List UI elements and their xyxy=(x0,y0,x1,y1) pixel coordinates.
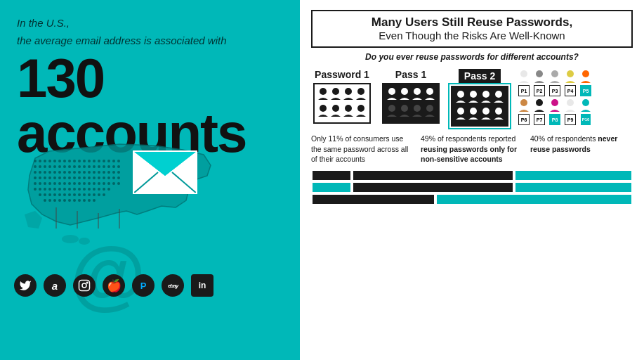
svg-rect-87 xyxy=(98,182,100,185)
person-p2: P2 xyxy=(533,69,546,96)
svg-rect-55 xyxy=(117,171,120,174)
svg-rect-27 xyxy=(68,165,71,168)
password1-label: Password 1 xyxy=(315,69,369,80)
paypal-icon: P xyxy=(132,274,155,297)
svg-rect-50 xyxy=(93,171,96,174)
desc2-text: 49% of respondents reported reusing pass… xyxy=(421,134,523,164)
person-p8: P8 xyxy=(548,98,561,125)
svg-rect-105 xyxy=(98,188,100,191)
svg-rect-49 xyxy=(88,171,91,174)
svg-rect-127 xyxy=(68,199,71,202)
svg-rect-124 xyxy=(53,199,56,202)
svg-rect-83 xyxy=(78,182,81,185)
amazon-icon: a xyxy=(44,274,66,297)
svg-rect-125 xyxy=(58,199,61,202)
svg-rect-57 xyxy=(39,176,41,179)
svg-rect-58 xyxy=(44,176,46,179)
svg-rect-84 xyxy=(83,182,86,185)
person-p6: P6 xyxy=(518,98,530,125)
svg-rect-75 xyxy=(39,182,41,185)
svg-rect-98 xyxy=(63,188,66,191)
svg-rect-80 xyxy=(63,182,66,185)
svg-point-157 xyxy=(426,88,433,95)
svg-point-162 xyxy=(457,91,464,98)
svg-rect-30 xyxy=(83,165,86,168)
person-p1: P1 xyxy=(518,69,530,96)
svg-rect-101 xyxy=(78,188,81,191)
svg-rect-68 xyxy=(93,176,96,179)
svg-point-160 xyxy=(414,105,421,112)
svg-point-144 xyxy=(82,283,86,288)
svg-point-179 xyxy=(582,99,589,106)
svg-rect-94 xyxy=(44,188,46,191)
svg-rect-61 xyxy=(58,176,61,179)
svg-rect-107 xyxy=(107,188,110,191)
svg-rect-21 xyxy=(39,165,41,168)
svg-rect-77 xyxy=(48,182,51,185)
svg-rect-33 xyxy=(98,165,100,168)
svg-rect-73 xyxy=(117,176,120,179)
svg-rect-90 xyxy=(112,182,115,185)
svg-rect-131 xyxy=(88,199,91,202)
svg-point-151 xyxy=(332,105,339,112)
svg-rect-93 xyxy=(39,188,41,191)
svg-rect-34 xyxy=(103,165,105,168)
svg-rect-65 xyxy=(78,176,81,179)
svg-rect-117 xyxy=(83,193,86,196)
person-p7: P7 xyxy=(533,98,546,125)
svg-rect-23 xyxy=(48,165,51,168)
svg-rect-143 xyxy=(79,281,90,291)
svg-rect-126 xyxy=(63,199,66,202)
desc3-col: 40% of respondents never reuse passwords xyxy=(530,134,633,164)
svg-rect-129 xyxy=(78,199,81,202)
svg-rect-72 xyxy=(112,176,115,179)
svg-rect-70 xyxy=(103,176,105,179)
svg-rect-47 xyxy=(78,171,81,174)
bar-row-1 xyxy=(313,171,631,180)
svg-point-148 xyxy=(345,88,352,95)
svg-point-164 xyxy=(482,91,489,98)
right-section: Many Users Still Reuse Passwords, Even T… xyxy=(300,0,644,360)
desc3-text: 40% of respondents never reuse passwords xyxy=(530,134,633,153)
svg-rect-111 xyxy=(53,193,56,196)
intro-text-line2: the average email address is associated … xyxy=(17,33,299,48)
svg-rect-130 xyxy=(83,199,86,202)
svg-rect-119 xyxy=(93,193,96,196)
svg-rect-39 xyxy=(39,171,41,174)
bar-row-3 xyxy=(313,195,631,204)
ebay-icon: ebay xyxy=(162,274,184,297)
svg-rect-92 xyxy=(34,188,37,191)
bar-2c xyxy=(515,183,631,192)
svg-rect-26 xyxy=(63,165,66,168)
description-row: Only 11% of consumers use the same passw… xyxy=(311,134,633,164)
svg-point-146 xyxy=(320,88,327,95)
svg-rect-118 xyxy=(88,193,91,196)
svg-point-170 xyxy=(520,70,527,77)
svg-rect-62 xyxy=(63,176,66,179)
password1-group: Password 1 xyxy=(311,69,373,124)
pass1-label: Pass 1 xyxy=(395,69,426,80)
apple-icon: 🍎 xyxy=(103,274,125,297)
svg-rect-28 xyxy=(73,165,76,168)
svg-rect-88 xyxy=(103,182,105,185)
bar-2a xyxy=(313,183,350,192)
desc1-col: Only 11% of consumers use the same passw… xyxy=(311,134,414,164)
svg-rect-3 xyxy=(39,160,41,162)
svg-point-166 xyxy=(457,108,464,115)
svg-point-156 xyxy=(414,88,421,95)
svg-rect-10 xyxy=(73,160,76,162)
svg-rect-121 xyxy=(103,193,105,196)
svg-point-152 xyxy=(345,105,352,112)
svg-rect-38 xyxy=(34,171,37,174)
svg-point-158 xyxy=(388,105,395,112)
svg-point-165 xyxy=(495,91,502,98)
desc2-col: 49% of respondents reported reusing pass… xyxy=(421,134,523,164)
svg-point-155 xyxy=(401,88,408,95)
svg-rect-35 xyxy=(107,165,110,168)
bar-row-2 xyxy=(313,183,631,192)
svg-rect-106 xyxy=(103,188,105,191)
person-p3: P3 xyxy=(548,69,561,96)
svg-rect-76 xyxy=(44,182,46,185)
svg-rect-18 xyxy=(112,160,115,162)
svg-rect-31 xyxy=(88,165,91,168)
